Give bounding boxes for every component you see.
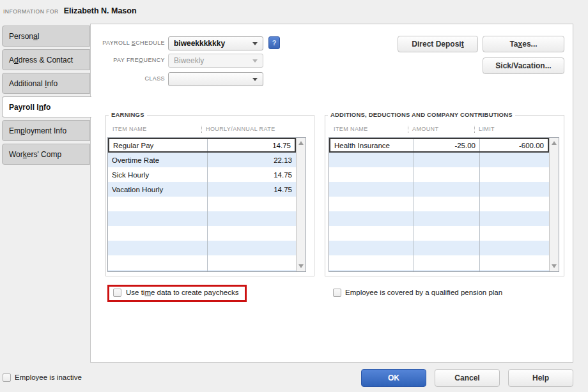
- table-row[interactable]: [108, 270, 296, 271]
- employee-inactive-label[interactable]: Employee is inactive: [15, 373, 82, 381]
- pay-frequency-dropdown: Biweekly: [168, 54, 263, 68]
- tab-additional-info-label: Additional Info: [9, 79, 58, 88]
- pension-plan-checkbox[interactable]: [333, 289, 341, 297]
- column-separator: [201, 126, 202, 133]
- help-button[interactable]: Help: [508, 369, 573, 387]
- tab-workers-comp[interactable]: Workers' Comp: [2, 144, 90, 165]
- table-row[interactable]: [329, 255, 549, 270]
- table-row[interactable]: [108, 255, 296, 270]
- earnings-item-name[interactable]: Regular Pay: [109, 139, 207, 151]
- additions-col-limit: LIMIT: [479, 126, 495, 132]
- additions-deductions-group: ADDITIONS, DEDUCTIONS AND COMPANY CONTRI…: [325, 115, 564, 276]
- table-row[interactable]: [108, 211, 296, 226]
- table-row[interactable]: [329, 270, 549, 271]
- table-row[interactable]: [108, 226, 296, 241]
- table-row[interactable]: [329, 226, 549, 241]
- column-separator: [408, 126, 408, 133]
- table-row[interactable]: [108, 241, 296, 255]
- direct-deposit-label: Direct Deposit: [412, 40, 463, 49]
- additions-scrollbar[interactable]: [549, 138, 559, 271]
- additions-col-amount: AMOUNT: [412, 126, 474, 132]
- class-label: CLASS: [96, 75, 165, 82]
- chevron-down-icon: [252, 59, 258, 63]
- class-dropdown[interactable]: [168, 72, 263, 86]
- earnings-table[interactable]: Regular Pay 14.75 Overtime Rate 22.13 Si…: [107, 137, 306, 272]
- table-row[interactable]: Health Insurance -25.00 -600.00: [329, 138, 549, 153]
- pay-frequency-value: Biweekly: [174, 56, 252, 65]
- additions-item-limit[interactable]: -600.00: [479, 139, 548, 151]
- use-time-data-checkbox[interactable]: [113, 289, 121, 297]
- earnings-col-rate: HOURLY/ANNUAL RATE: [206, 126, 275, 132]
- taxes-label: Taxes...: [509, 40, 537, 49]
- earnings-scrollbar[interactable]: [296, 138, 306, 271]
- chevron-down-icon: [252, 78, 258, 81]
- earnings-col-item-name: ITEM NAME: [107, 126, 201, 132]
- additions-item-amount[interactable]: -25.00: [414, 139, 479, 151]
- employee-inactive-checkbox[interactable]: [3, 373, 11, 382]
- table-row[interactable]: [329, 241, 549, 255]
- tab-employment-info[interactable]: Employment Info: [2, 120, 90, 141]
- information-for-header: INFORMATION FOR Elizabeth N. Mason: [3, 6, 137, 15]
- additions-deductions-title: ADDITIONS, DEDUCTIONS AND COMPANY CONTRI…: [328, 111, 515, 118]
- additions-table[interactable]: Health Insurance -25.00 -600.00: [329, 137, 559, 272]
- chevron-down-icon: [252, 42, 258, 45]
- taxes-button[interactable]: Taxes...: [483, 36, 564, 52]
- table-row[interactable]: Overtime Rate 22.13: [108, 153, 296, 167]
- earnings-title: EARNINGS: [109, 111, 147, 118]
- pay-frequency-label: PAY FREQUENCY: [96, 57, 165, 63]
- tab-payroll-info[interactable]: Payroll Info: [2, 96, 91, 117]
- tab-address-contact-label: Address & Contact: [9, 56, 73, 64]
- tab-personal-label: Personal: [9, 32, 39, 41]
- tab-workers-comp-label: Workers' Comp: [9, 150, 61, 159]
- tab-additional-info[interactable]: Additional Info: [2, 73, 90, 94]
- earnings-group: EARNINGS ITEM NAME HOURLY/ANNUAL RATE Re…: [105, 115, 314, 276]
- earnings-item-name[interactable]: Vacation Hourly: [108, 182, 207, 197]
- ok-button[interactable]: OK: [361, 369, 426, 387]
- table-row[interactable]: Regular Pay 14.75: [108, 138, 296, 153]
- table-row[interactable]: [108, 197, 296, 211]
- table-row[interactable]: Vacation Hourly 14.75: [108, 182, 296, 197]
- tab-payroll-info-label: Payroll Info: [9, 103, 50, 112]
- scroll-up-icon[interactable]: [298, 141, 304, 145]
- sick-vacation-button[interactable]: Sick/Vacation...: [483, 57, 564, 74]
- table-row[interactable]: Sick Hourly 14.75: [108, 167, 296, 182]
- tab-employment-info-label: Employment Info: [9, 126, 66, 135]
- direct-deposit-button[interactable]: Direct Deposit: [398, 36, 478, 52]
- earnings-item-name[interactable]: Sick Hourly: [108, 167, 207, 182]
- earnings-item-rate[interactable]: 14.75: [207, 167, 296, 182]
- table-row[interactable]: [329, 182, 549, 197]
- tab-address-contact[interactable]: Address & Contact: [2, 49, 90, 70]
- earnings-column-headers: ITEM NAME HOURLY/ANNUAL RATE: [107, 124, 306, 133]
- employee-name: Elizabeth N. Mason: [64, 6, 137, 15]
- payroll-schedule-value: biweekkkkkky: [174, 39, 252, 48]
- sick-vacation-label: Sick/Vacation...: [495, 61, 551, 70]
- earnings-item-rate[interactable]: 22.13: [207, 153, 296, 167]
- additions-col-item-name: ITEM NAME: [329, 126, 408, 132]
- table-row[interactable]: [329, 153, 549, 167]
- column-separator: [474, 126, 475, 133]
- earnings-item-rate[interactable]: 14.75: [207, 182, 296, 197]
- tab-personal[interactable]: Personal: [2, 26, 90, 47]
- earnings-item-rate[interactable]: 14.75: [207, 139, 295, 151]
- additions-item-name[interactable]: Health Insurance: [330, 139, 414, 151]
- earnings-item-name[interactable]: Overtime Rate: [108, 153, 207, 167]
- table-row[interactable]: [329, 211, 549, 226]
- information-for-label: INFORMATION FOR: [3, 8, 59, 15]
- cancel-button[interactable]: Cancel: [435, 369, 500, 387]
- scroll-down-icon[interactable]: [298, 264, 304, 268]
- payroll-schedule-dropdown[interactable]: biweekkkkkky: [168, 36, 263, 50]
- table-row[interactable]: [329, 167, 549, 182]
- additions-column-headers: ITEM NAME AMOUNT LIMIT: [329, 124, 559, 133]
- payroll-schedule-label: PAYROLL SCHEDULE: [96, 40, 165, 46]
- scroll-down-icon[interactable]: [552, 264, 557, 268]
- help-icon[interactable]: ?: [268, 36, 280, 49]
- scroll-up-icon[interactable]: [552, 141, 557, 145]
- use-time-data-label[interactable]: Use time data to create paychecks: [126, 289, 238, 296]
- table-row[interactable]: [329, 197, 549, 211]
- pension-plan-label[interactable]: Employee is covered by a qualified pensi…: [345, 289, 502, 296]
